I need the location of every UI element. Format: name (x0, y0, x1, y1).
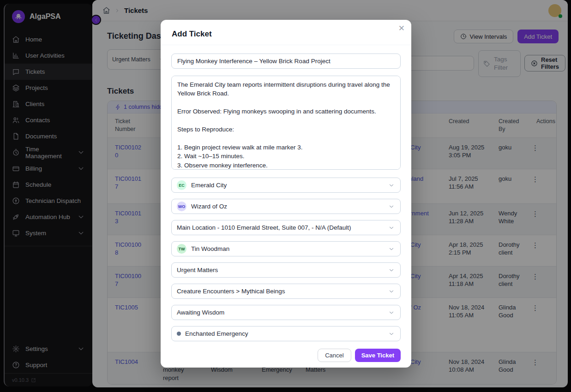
priority-dot (177, 332, 181, 336)
chevron-down-icon (388, 309, 395, 316)
client-avatar: EC (177, 180, 186, 190)
client-select[interactable]: EC Emerald City (171, 178, 401, 193)
modal-title: Add Ticket (172, 30, 400, 39)
chevron-down-icon (388, 182, 395, 189)
category-select[interactable]: Creature Encounters > Mythical Beings (171, 284, 401, 299)
add-ticket-modal: ✕ Add Ticket The Emerald City team repor… (161, 20, 411, 368)
assignee-select[interactable]: TW Tin Woodman (171, 241, 401, 256)
save-ticket-button[interactable]: Save Ticket (355, 349, 401, 362)
chevron-down-icon (388, 203, 395, 210)
ticket-description-textarea[interactable]: The Emerald City team reports intermitte… (171, 76, 401, 170)
chevron-down-icon (388, 288, 395, 295)
chevron-down-icon (388, 267, 395, 273)
contact-avatar: WO (177, 202, 186, 211)
chevron-down-icon (388, 225, 395, 231)
assignee-avatar: TW (177, 244, 186, 254)
chevron-down-icon (388, 331, 395, 337)
contact-select[interactable]: WO Wizard of Oz (171, 199, 401, 214)
cancel-button[interactable]: Cancel (318, 349, 351, 362)
board-select[interactable]: Urgent Matters (171, 262, 401, 278)
ticket-title-input[interactable] (171, 53, 401, 69)
location-select[interactable]: Main Location - 1010 Emerald Street, Sui… (171, 220, 401, 235)
status-select[interactable]: Awaiting Wisdom (171, 305, 401, 320)
close-icon[interactable]: ✕ (398, 24, 405, 32)
priority-select[interactable]: Enchanted Emergency (171, 326, 401, 341)
chevron-down-icon (388, 246, 395, 252)
